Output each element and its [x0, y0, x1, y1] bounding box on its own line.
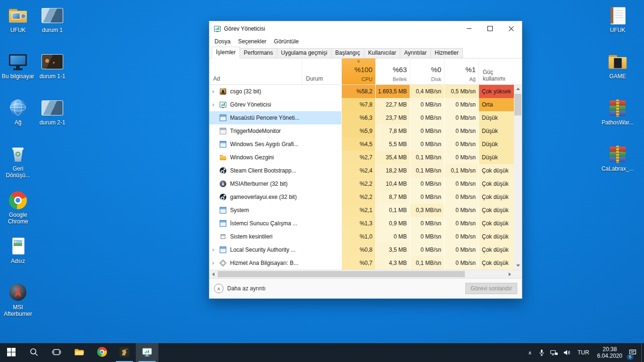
msi-icon: [219, 180, 227, 188]
search-icon: [29, 347, 39, 358]
clock[interactable]: 20:38 6.04.2020: [594, 343, 626, 362]
tab-performans[interactable]: Performans: [239, 48, 277, 58]
process-status-cell: [302, 190, 341, 204]
task-view-button[interactable]: [45, 343, 68, 362]
column-header-status[interactable]: Durum: [302, 58, 341, 84]
expand-chevron-icon[interactable]: ›: [212, 243, 219, 256]
scroll-down-icon: [516, 264, 520, 267]
close-button[interactable]: [501, 21, 522, 36]
explorer-button[interactable]: [68, 343, 91, 362]
desktop-icon-pathoswar[interactable]: PathosWar...: [600, 98, 636, 126]
desktop-icon-durum-2-1[interactable]: durum 2-1: [34, 98, 70, 126]
process-row-g-rev-y-neticisi[interactable]: ›Görev Yöneticisi%7,822,7 MB0 MB/sn0 Mb/…: [209, 98, 514, 111]
disk-cell: 0,1 MB/sn: [410, 151, 444, 164]
desktop-icon-calabrax[interactable]: CaLabrax_...: [600, 144, 636, 172]
title-bar[interactable]: Görev Yöneticisi: [209, 21, 522, 36]
column-header-cpu[interactable]: ∨ %100 CPU: [341, 58, 375, 84]
process-row-msiafterburner-32-bit[interactable]: MSIAfterburner (32 bit)%2,210,4 MB0 MB/s…: [209, 177, 514, 190]
start-button[interactable]: [0, 343, 23, 362]
column-header-memory[interactable]: %63 Bellek: [375, 58, 410, 84]
process-row-local-security-authority[interactable]: ›Local Security Authority ...%0,83,5 MB0…: [209, 243, 514, 256]
cpu-cell: %7,8: [341, 98, 375, 111]
process-status-cell: [302, 243, 341, 256]
desktop-icon-durum-1-1[interactable]: durum 1-1: [34, 52, 70, 80]
process-row-sistem-kesintileri[interactable]: Sistem kesintileri%1,00 MB0 MB/sn0 Mb/sn…: [209, 230, 514, 243]
chrome-button[interactable]: [91, 343, 113, 362]
process-row-i-stemci-sunucu-al-ma[interactable]: İstemci Sunucu Çalışma ...%1,30,9 MB0 MB…: [209, 217, 514, 230]
tab-hizmetler[interactable]: Hizmetler: [430, 48, 463, 58]
volume-button[interactable]: [561, 343, 573, 362]
action-center-button[interactable]: 5: [626, 343, 641, 362]
csgo-icon: [119, 347, 130, 359]
cpu-cell: %58,2: [341, 85, 375, 98]
horizontal-scroll-track[interactable]: [217, 270, 506, 278]
menu-dosya[interactable]: Dosya: [211, 37, 234, 46]
tab-kullan-c-lar[interactable]: Kullanıcılar: [364, 48, 400, 58]
desktop-icon-bu-bilgisayar[interactable]: Bu bilgisayar: [0, 52, 36, 80]
process-row-hizmet-ana-bilgisayar-b[interactable]: ›Hizmet Ana Bilgisayarı: B...%0,74,3 MB0…: [209, 256, 514, 270]
desktop-icon-ufuk[interactable]: UFUK: [600, 6, 636, 33]
power-cell: Çok düşük: [479, 256, 514, 270]
fewer-details-button[interactable]: ∧ Daha az ayrıntı: [214, 284, 265, 293]
process-row-masa-st-pencere-y-neti[interactable]: Masaüstü Pencere Yöneti...%6,323,7 MB0 M…: [209, 111, 514, 124]
menu-se-enekler[interactable]: Seçenekler: [234, 37, 270, 46]
power-cell: Çok düşük: [479, 243, 514, 256]
desktop-icon-game[interactable]: GAME: [600, 52, 636, 80]
maximize-button[interactable]: [479, 21, 501, 36]
horizontal-scroll-thumb[interactable]: [218, 271, 465, 277]
task-manager-app-icon: [214, 25, 221, 33]
process-row-csgo-32-bit[interactable]: ›csgo (32 bit)%58,21.693,5 MB0,4 MB/sn0,…: [209, 85, 514, 98]
hidden-icons-chevron[interactable]: ∧: [524, 343, 536, 362]
desktop-icon-google-chrome[interactable]: Google Chrome: [0, 190, 36, 225]
desktop-icon-ads-z[interactable]: Adsız: [0, 237, 36, 264]
column-header-name[interactable]: Ad: [209, 58, 302, 84]
power-cell: Çok düşük: [479, 164, 514, 177]
tab-ba-lang[interactable]: Başlangıç: [331, 48, 364, 58]
memory-total-percent: %63: [393, 66, 407, 74]
network-button[interactable]: [548, 343, 561, 362]
search-button[interactable]: [23, 343, 45, 362]
process-row-system[interactable]: System%2,10,1 MB0,3 MB/sn0 Mb/snÇok düşü…: [209, 204, 514, 217]
column-header-network[interactable]: %1 Ağ: [444, 58, 479, 84]
minimize-button[interactable]: [458, 21, 479, 36]
menu-g-r-nt-le[interactable]: Görüntüle: [270, 37, 303, 46]
maximize-icon: [487, 26, 493, 31]
network-cell: 0 Mb/sn: [444, 243, 479, 256]
vertical-scroll-thumb[interactable]: [514, 94, 521, 115]
horizontal-scrollbar[interactable]: [209, 270, 514, 278]
desktop-icon-ufuk[interactable]: UFUK: [0, 6, 36, 33]
scroll-right-button[interactable]: [506, 270, 514, 278]
column-header-disk[interactable]: %0 Disk: [410, 58, 444, 84]
desktop-icon-durum-1[interactable]: durum 1: [34, 6, 70, 33]
process-row-windows-ses-ayg-t-grafi[interactable]: Windows Ses Aygıtı Grafi...%4,55,5 MB0 M…: [209, 138, 514, 151]
expand-chevron-icon[interactable]: ›: [212, 256, 219, 270]
process-row-windows-gezgini[interactable]: Windows Gezgini%2,735,4 MB0,1 MB/sn0 Mb/…: [209, 151, 514, 164]
column-header-power[interactable]: Güç kullanımı: [479, 58, 514, 84]
vertical-scroll-track[interactable]: [514, 93, 522, 262]
language-indicator[interactable]: TUR: [573, 343, 594, 362]
process-row-steam-client-bootstrapp[interactable]: Steam Client Bootstrapp...%2,418,2 MB0,1…: [209, 164, 514, 177]
screenshot-dark-icon: [41, 52, 64, 72]
desktop-icon-a[interactable]: Ağ: [0, 98, 36, 126]
show-desktop-button[interactable]: [641, 343, 644, 362]
scroll-left-button[interactable]: [209, 270, 217, 278]
expand-chevron-icon[interactable]: ›: [212, 85, 219, 98]
scroll-up-button[interactable]: [514, 85, 522, 93]
desktop-icon-msi-afterburner[interactable]: MSI Afterburner: [0, 283, 36, 317]
microphone-button[interactable]: [536, 343, 548, 362]
task-manager-button[interactable]: [136, 343, 158, 362]
process-row-triggermodemonitor[interactable]: TriggerModeMonitor%5,97,8 MB0 MB/sn0 Mb/…: [209, 124, 514, 138]
csgo-button[interactable]: [113, 343, 136, 362]
tab-uygulama-ge-mi-i[interactable]: Uygulama geçmişi: [277, 48, 331, 58]
desktop-icon-label: durum 1: [34, 27, 70, 33]
tab-i-lemler[interactable]: İşlemler: [212, 47, 240, 58]
process-row-gameoverlayui-exe-32-bit[interactable]: gameoverlayui.exe (32 bit)%2,28,7 MB0 MB…: [209, 190, 514, 204]
vertical-scrollbar[interactable]: [514, 85, 522, 270]
expand-chevron-icon[interactable]: ›: [212, 98, 219, 111]
scroll-down-button[interactable]: [514, 262, 522, 270]
tab-ayr-nt-lar[interactable]: Ayrıntılar: [400, 48, 431, 58]
desktop-icon-geri-d-n[interactable]: Geri Dönüşü...: [0, 144, 36, 179]
screenshot-icon: [41, 98, 64, 118]
process-name-cell: System: [209, 204, 302, 217]
end-task-button[interactable]: Görevi sonlandır: [465, 283, 517, 294]
